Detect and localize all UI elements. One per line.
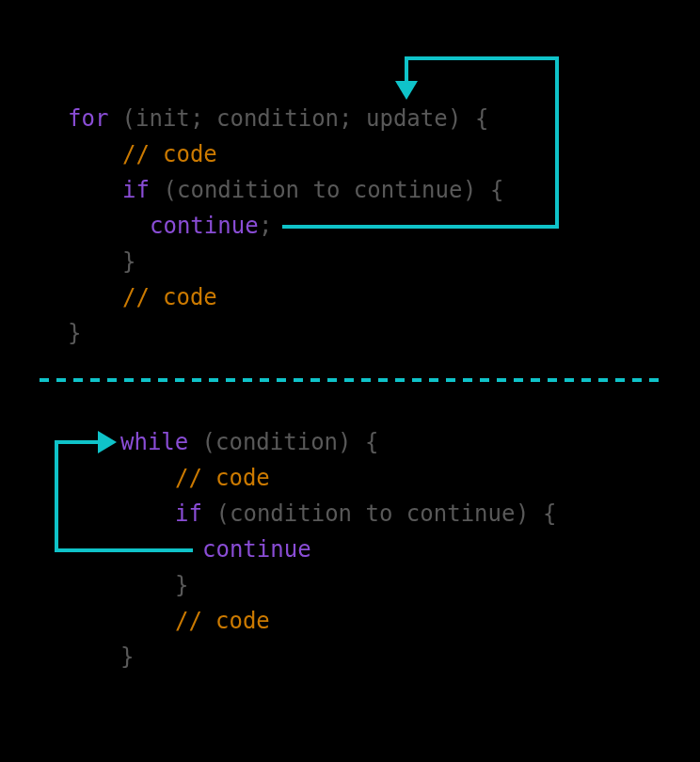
for-close: ) { (448, 105, 488, 132)
for-sep2: ; (339, 105, 366, 132)
while-keyword: while (120, 429, 188, 455)
for-if-open: ( (150, 177, 177, 203)
for-continue: continue (150, 213, 259, 239)
while-endbrace: } (120, 643, 134, 670)
while-condition: condition (215, 429, 338, 455)
while-comment2-slash: // (175, 608, 215, 634)
while-comment2-text: code (215, 608, 270, 634)
for-comment2-text: code (163, 284, 217, 310)
for-if-keyword: if (122, 177, 150, 203)
for-if-condition: condition to continue (177, 177, 462, 203)
for-if-close: ) { (463, 177, 503, 203)
for-update: update (366, 105, 448, 132)
while-if-close: ) { (516, 500, 556, 527)
for-init: init (135, 105, 190, 132)
while-comment1-slash: // (175, 465, 215, 491)
for-endbrace: } (68, 320, 81, 346)
while-continue: continue (202, 536, 311, 563)
while-continue-arrowhead-icon (98, 431, 117, 453)
while-if-keyword: if (175, 500, 202, 527)
while-comment1-text: code (215, 465, 270, 491)
for-comment1-slash: // (122, 141, 163, 167)
for-continue-arrowhead-icon (395, 81, 418, 100)
diagram-root: for ( init ; condition ; update ) { // c… (0, 0, 700, 762)
while-if-condition: condition to continue (230, 500, 515, 527)
for-comment1-text: code (163, 141, 217, 167)
while-if-endbrace: } (175, 572, 188, 598)
for-if-endbrace: } (122, 248, 135, 275)
for-continue-semi: ; (259, 213, 272, 239)
for-open: ( (108, 105, 135, 132)
while-close: ) { (338, 429, 378, 455)
while-continue-arrow (56, 442, 193, 550)
for-sep1: ; (190, 105, 217, 132)
for-comment2-slash: // (122, 284, 163, 310)
while-if-open: ( (202, 500, 230, 527)
for-keyword: for (68, 105, 108, 132)
while-open: ( (188, 429, 215, 455)
for-condition: condition (216, 105, 339, 132)
